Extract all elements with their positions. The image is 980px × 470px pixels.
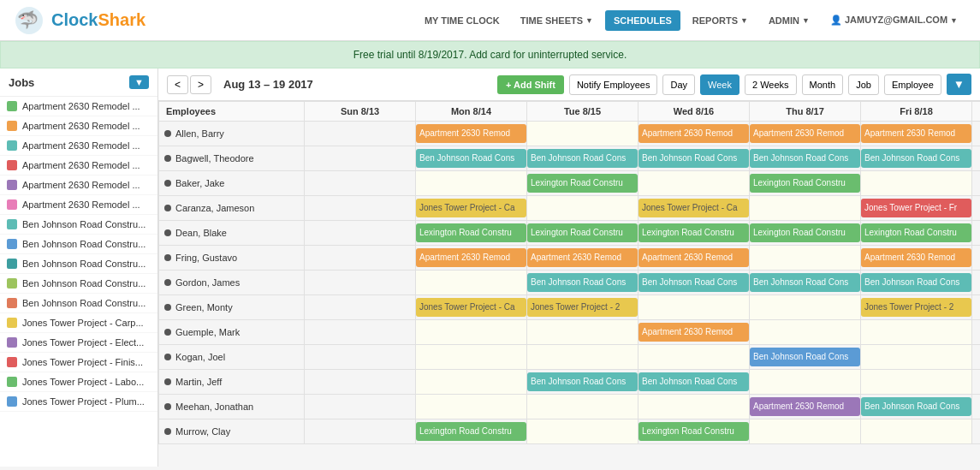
day-cell-row8-day2[interactable] (527, 320, 638, 345)
day-cell-row6-day0[interactable] (305, 271, 416, 295)
view-job-button[interactable]: Job (848, 74, 879, 95)
shift-block[interactable]: Lexington Road Constru (750, 223, 860, 242)
day-cell-row9-day0[interactable] (305, 345, 416, 370)
sidebar-item-11[interactable]: Jones Tower Project - Carp... (0, 313, 157, 333)
day-cell-row0-day4[interactable]: Apartment 2630 Remod (750, 122, 861, 146)
day-cell-row11-day6[interactable] (972, 395, 981, 419)
day-cell-row1-day6[interactable] (972, 146, 981, 171)
view-employee-button[interactable]: Employee (884, 74, 941, 95)
shift-block[interactable]: Ben Johnson Road Cons (861, 149, 971, 168)
shift-block[interactable]: Jones Tower Project - Fr (861, 199, 971, 217)
sidebar-filter-button[interactable]: ▼ (129, 75, 149, 89)
sidebar-item-8[interactable]: Ben Johnson Road Constru... (0, 254, 157, 274)
shift-block[interactable]: Apartment 2630 Remod (638, 124, 749, 143)
day-cell-row8-day0[interactable] (305, 320, 416, 345)
sidebar-item-2[interactable]: Apartment 2630 Remodel ... (0, 136, 157, 156)
shift-block[interactable]: Apartment 2630 Remod (750, 124, 860, 143)
day-cell-row2-day1[interactable] (416, 171, 527, 196)
day-cell-row11-day3[interactable] (638, 395, 750, 419)
day-cell-row4-day2[interactable]: Lexington Road Constru (527, 221, 638, 246)
sidebar-item-9[interactable]: Ben Johnson Road Constru... (0, 274, 157, 294)
shift-block[interactable]: Ben Johnson Road Cons (861, 273, 971, 292)
day-cell-row9-day5[interactable] (861, 345, 972, 370)
shift-block[interactable]: Ben Johnson Road Cons (861, 397, 971, 416)
day-cell-row3-day3[interactable]: Jones Tower Project - Ca (638, 196, 750, 221)
sidebar-item-12[interactable]: Jones Tower Project - Elect... (0, 333, 157, 353)
shift-block[interactable]: Jones Tower Project - Ca (638, 199, 749, 217)
day-cell-row2-day3[interactable] (638, 171, 750, 196)
day-cell-row8-day6[interactable] (972, 320, 981, 345)
shift-block[interactable]: Lexington Road Constru (861, 223, 971, 242)
shift-block[interactable]: Apartment 2630 Remod (416, 124, 526, 143)
prev-button[interactable]: < (167, 75, 188, 94)
shift-block[interactable]: Lexington Road Constru (416, 422, 526, 441)
day-cell-row10-day6[interactable] (972, 370, 981, 395)
day-cell-row2-day2[interactable]: Lexington Road Constru (527, 171, 638, 196)
shift-block[interactable]: Apartment 2630 Remod (527, 248, 638, 267)
nav-user[interactable]: 👤 JAMUYZ@GMAIL.COM ▼ (822, 9, 966, 31)
day-cell-row8-day3[interactable]: Apartment 2630 Remod (638, 320, 750, 345)
day-cell-row7-day3[interactable] (638, 295, 750, 320)
sidebar-item-13[interactable]: Jones Tower Project - Finis... (0, 353, 157, 372)
day-cell-row10-day2[interactable]: Ben Johnson Road Cons (527, 370, 638, 395)
day-cell-row3-day2[interactable] (527, 196, 638, 221)
day-cell-row5-day6[interactable] (972, 246, 981, 271)
day-cell-row4-day4[interactable]: Lexington Road Constru (750, 221, 861, 246)
day-cell-row10-day4[interactable] (750, 370, 861, 395)
day-cell-row7-day6[interactable] (972, 295, 981, 320)
sidebar-item-6[interactable]: Ben Johnson Road Constru... (0, 215, 157, 235)
shift-block[interactable]: Ben Johnson Road Cons (638, 273, 749, 292)
shift-block[interactable]: Lexington Road Constru (527, 223, 638, 242)
day-cell-row6-day1[interactable] (416, 271, 527, 295)
day-cell-row0-day6[interactable] (972, 122, 981, 146)
day-cell-row12-day6[interactable] (972, 419, 981, 444)
sidebar-item-15[interactable]: Jones Tower Project - Plum... (0, 392, 157, 412)
notify-employees-button[interactable]: Notify Employees (569, 74, 658, 95)
day-cell-row5-day3[interactable]: Apartment 2630 Remod (638, 246, 750, 271)
day-cell-row10-day3[interactable]: Ben Johnson Road Cons (638, 370, 750, 395)
day-cell-row9-day1[interactable] (416, 345, 527, 370)
shift-block[interactable]: Ben Johnson Road Cons (638, 149, 749, 168)
day-cell-row0-day3[interactable]: Apartment 2630 Remod (638, 122, 750, 146)
schedule-filter-button[interactable]: ▼ (947, 74, 971, 95)
day-cell-row6-day6[interactable] (972, 271, 981, 295)
day-cell-row5-day0[interactable] (305, 246, 416, 271)
shift-block[interactable]: Lexington Road Constru (638, 223, 749, 242)
day-cell-row9-day4[interactable]: Ben Johnson Road Cons (750, 345, 861, 370)
shift-block[interactable]: Apartment 2630 Remod (861, 248, 971, 267)
day-cell-row7-day2[interactable]: Jones Tower Project - 2 (527, 295, 638, 320)
shift-block[interactable]: Apartment 2630 Remod (861, 124, 971, 143)
day-cell-row12-day2[interactable] (527, 419, 638, 444)
day-cell-row5-day1[interactable]: Apartment 2630 Remod (416, 246, 527, 271)
view-week-button[interactable]: Week (700, 74, 739, 95)
nav-time-sheets[interactable]: TIME SHEETS ▼ (512, 10, 602, 31)
sidebar-item-0[interactable]: Apartment 2630 Remodel ... (0, 97, 157, 116)
shift-block[interactable]: Ben Johnson Road Cons (750, 149, 860, 168)
shift-block[interactable]: Ben Johnson Road Cons (416, 149, 526, 168)
day-cell-row6-day5[interactable]: Ben Johnson Road Cons (861, 271, 972, 295)
day-cell-row0-day5[interactable]: Apartment 2630 Remod (861, 122, 972, 146)
nav-schedules[interactable]: SCHEDULES (605, 10, 680, 31)
schedule-table-wrapper[interactable]: Employees Sun 8/13 Mon 8/14 Tue 8/15 Wed… (158, 101, 980, 467)
day-cell-row5-day4[interactable] (750, 246, 861, 271)
day-cell-row2-day0[interactable] (305, 171, 416, 196)
day-cell-row4-day0[interactable] (305, 221, 416, 246)
day-cell-row1-day1[interactable]: Ben Johnson Road Cons (416, 146, 527, 171)
nav-admin[interactable]: ADMIN ▼ (760, 10, 818, 31)
shift-block[interactable]: Lexington Road Constru (638, 422, 749, 441)
shift-block[interactable]: Ben Johnson Road Cons (638, 372, 749, 391)
day-cell-row9-day6[interactable] (972, 345, 981, 370)
shift-block[interactable]: Ben Johnson Road Cons (750, 273, 860, 292)
nav-reports[interactable]: REPORTS ▼ (684, 10, 757, 31)
add-shift-button[interactable]: + Add Shift (497, 75, 564, 94)
shift-block[interactable]: Apartment 2630 Remod (638, 323, 749, 342)
day-cell-row3-day4[interactable] (750, 196, 861, 221)
day-cell-row2-day6[interactable] (972, 171, 981, 196)
day-cell-row1-day5[interactable]: Ben Johnson Road Cons (861, 146, 972, 171)
day-cell-row7-day1[interactable]: Jones Tower Project - Ca (416, 295, 527, 320)
day-cell-row5-day5[interactable]: Apartment 2630 Remod (861, 246, 972, 271)
sidebar-item-3[interactable]: Apartment 2630 Remodel ... (0, 156, 157, 176)
day-cell-row3-day0[interactable] (305, 196, 416, 221)
nav-my-time-clock[interactable]: MY TIME CLOCK (416, 10, 508, 31)
day-cell-row8-day4[interactable] (750, 320, 861, 345)
